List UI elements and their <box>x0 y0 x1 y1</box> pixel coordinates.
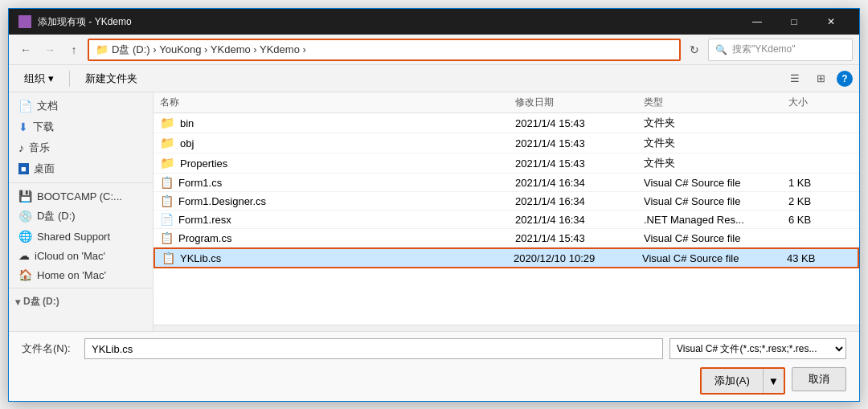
ddrive-icon: 💿 <box>18 210 32 223</box>
sidebar-label: 下载 <box>33 120 54 134</box>
file-name-cell: 📁 bin <box>160 116 515 130</box>
sidebar-label: iCloud on 'Mac' <box>35 250 105 262</box>
bootcamp-icon: 💾 <box>18 190 32 202</box>
table-row[interactable]: 📁 bin 2021/1/4 15:43 文件夹 <box>154 113 859 133</box>
downloads-icon: ⬇ <box>18 121 28 133</box>
file-name: Properties <box>180 157 227 170</box>
file-type: 文件夹 <box>644 156 788 170</box>
collapse-icon: ▾ <box>15 297 20 308</box>
window-controls: — □ ✕ <box>739 9 850 35</box>
file-list-header: 名称 修改日期 类型 大小 <box>154 92 859 113</box>
table-row[interactable]: 📋 Form1.Designer.cs 2021/1/4 16:34 Visua… <box>154 192 859 211</box>
file-modified: 2021/1/4 16:34 <box>515 195 644 207</box>
sidebar-item-bootcamp[interactable]: 💾 BOOTCAMP (C:... <box>9 186 153 206</box>
folder-icon: 📁 <box>96 43 108 55</box>
maximize-button[interactable]: □ <box>776 9 813 35</box>
drives-section: 💾 BOOTCAMP (C:... 💿 D盘 (D:) 🌐 Shared Sup… <box>9 182 153 284</box>
file-modified: 2021/1/4 16:34 <box>515 177 644 189</box>
svg-marker-0 <box>20 17 30 27</box>
file-type: Visual C# Source file <box>644 177 788 189</box>
col-size: 大小 <box>788 96 853 109</box>
sidebar-item-music[interactable]: ♪ 音乐 <box>9 137 153 158</box>
ddrive-label: D盘 (D:) <box>23 295 59 309</box>
up-button[interactable]: ↑ <box>63 39 84 60</box>
file-name-cell: 📁 Properties <box>160 156 515 170</box>
sidebar-item-icloud[interactable]: ☁ iCloud on 'Mac' <box>9 246 153 265</box>
organize-button[interactable]: 组织 ▾ <box>15 68 63 89</box>
home-icon: 🏠 <box>18 268 32 281</box>
toolbar-divider <box>69 71 70 87</box>
cancel-button[interactable]: 取消 <box>792 367 846 391</box>
sidebar-label: BOOTCAMP (C:... <box>37 190 122 202</box>
file-name: Form1.Designer.cs <box>178 195 266 207</box>
bottom-area: 文件名(N): Visual C# 文件(*.cs;*.resx;*.res..… <box>9 331 859 401</box>
horizontal-scrollbar[interactable] <box>154 325 859 331</box>
file-name-cell: 📋 Program.cs <box>160 231 515 244</box>
title-bar: 添加现有项 - YKdemo — □ ✕ <box>9 9 859 35</box>
filetype-select[interactable]: Visual C# 文件(*.cs;*.resx;*.res... <box>669 338 846 359</box>
table-row[interactable]: 📁 obj 2021/1/4 15:43 文件夹 <box>154 133 859 153</box>
table-row[interactable]: 📋 Form1.cs 2021/1/4 16:34 Visual C# Sour… <box>154 174 859 192</box>
file-name-cell: 📋 YKLib.cs <box>162 252 514 264</box>
search-placeholder-text: 搜索"YKdemo" <box>732 43 796 56</box>
sidebar-item-desktop[interactable]: ■ 桌面 <box>9 158 153 179</box>
action-row: 添加(A) ▼ 取消 <box>22 367 846 395</box>
file-type: .NET Managed Res... <box>644 214 788 226</box>
sidebar-label: Home on 'Mac' <box>37 269 106 281</box>
add-button[interactable]: 添加(A) <box>702 369 762 393</box>
cs-file-icon: 📋 <box>160 231 174 244</box>
sidebar-label: Shared Support <box>37 231 110 243</box>
table-row-selected[interactable]: 📋 YKLib.cs 2020/12/10 10:29 Visual C# So… <box>154 247 859 268</box>
desktop-icon: ■ <box>18 163 29 174</box>
sidebar-item-home[interactable]: 🏠 Home on 'Mac' <box>9 265 153 284</box>
main-content: 📄 文档 ⬇ 下载 ♪ 音乐 ■ 桌面 💾 BOOTCAMP (C:... <box>9 92 859 331</box>
file-modified: 2020/12/10 10:29 <box>514 252 642 264</box>
sidebar-item-shared-support[interactable]: 🌐 Shared Support <box>9 227 153 246</box>
add-button-group: 添加(A) ▼ <box>700 367 785 395</box>
sidebar-label: D盘 (D:) <box>37 209 76 223</box>
sidebar-item-ddrive[interactable]: 💿 D盘 (D:) <box>9 206 153 227</box>
network-section-header[interactable]: ▾ D盘 (D:) <box>9 292 153 312</box>
minimize-button[interactable]: — <box>739 9 776 35</box>
file-name-cell: 📁 obj <box>160 136 515 150</box>
back-button[interactable]: ← <box>15 39 36 60</box>
filename-input[interactable] <box>84 338 663 359</box>
file-size: 1 KB <box>788 177 853 189</box>
view-details-button[interactable]: ☰ <box>785 69 805 88</box>
refresh-button[interactable]: ↻ <box>684 39 705 60</box>
network-section: ▾ D盘 (D:) <box>9 288 153 312</box>
sidebar-item-downloads[interactable]: ⬇ 下载 <box>9 117 153 137</box>
add-dropdown-button[interactable]: ▼ <box>763 369 784 393</box>
breadcrumb-text: D盘 (D:) › YouKong › YKdemo › YKdemo › <box>112 43 306 57</box>
sidebar-label: 文档 <box>37 99 58 113</box>
file-area: 名称 修改日期 类型 大小 📁 bin 2021/1/4 15:43 文件夹 <box>154 92 859 331</box>
view-large-button[interactable]: ⊞ <box>811 69 830 88</box>
file-modified: 2021/1/4 15:43 <box>515 137 644 149</box>
resx-file-icon: 📄 <box>160 213 174 226</box>
file-name: Form1.cs <box>178 177 222 189</box>
close-button[interactable]: ✕ <box>813 9 850 35</box>
breadcrumb-bar[interactable]: 📁 D盘 (D:) › YouKong › YKdemo › YKdemo › <box>88 39 681 61</box>
table-row[interactable]: 📁 Properties 2021/1/4 15:43 文件夹 <box>154 153 859 174</box>
file-modified: 2021/1/4 15:43 <box>515 232 644 244</box>
filename-label: 文件名(N): <box>22 342 78 356</box>
new-folder-button[interactable]: 新建文件夹 <box>76 68 146 89</box>
table-row[interactable]: 📋 Program.cs 2021/1/4 15:43 Visual C# So… <box>154 229 859 247</box>
file-name-cell: 📄 Form1.resx <box>160 213 515 226</box>
search-box[interactable]: 🔍 搜索"YKdemo" <box>708 39 853 61</box>
folder-icon: 📁 <box>160 116 175 130</box>
icloud-icon: ☁ <box>18 249 30 262</box>
folder-icon: 📁 <box>160 156 175 170</box>
help-button[interactable]: ? <box>837 71 853 87</box>
forward-button[interactable]: → <box>39 39 60 60</box>
toolbar: 组织 ▾ 新建文件夹 ☰ ⊞ ? <box>9 65 859 92</box>
sidebar-item-documents[interactable]: 📄 文档 <box>9 96 153 117</box>
file-modified: 2021/1/4 15:43 <box>515 117 644 129</box>
file-name: Program.cs <box>178 232 231 244</box>
file-name-cell: 📋 Form1.Designer.cs <box>160 194 515 207</box>
file-name: obj <box>180 137 194 149</box>
table-row[interactable]: 📄 Form1.resx 2021/1/4 16:34 .NET Managed… <box>154 211 859 229</box>
file-size: 2 KB <box>788 195 853 207</box>
file-type: 文件夹 <box>644 136 788 150</box>
file-type: Visual C# Source file <box>644 195 788 207</box>
